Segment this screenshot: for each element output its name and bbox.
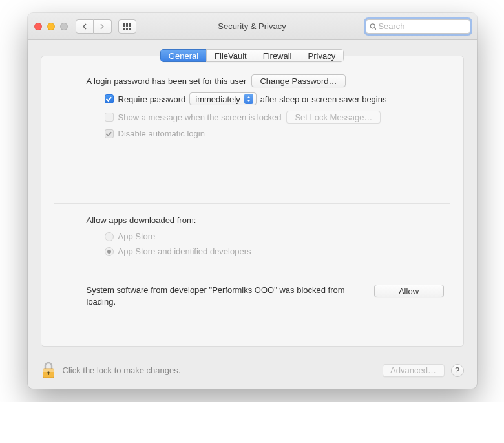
show-all-button[interactable] xyxy=(118,19,136,34)
general-panel: A login password has been set for this u… xyxy=(41,56,464,347)
chevron-right-icon xyxy=(100,23,105,30)
search-field[interactable] xyxy=(366,19,470,34)
require-password-label: Require password xyxy=(118,94,186,104)
disable-auto-login-checkbox xyxy=(105,129,114,138)
svg-line-1 xyxy=(374,28,376,30)
login-password-row: A login password has been set for this u… xyxy=(54,74,450,87)
disable-auto-login-label: Disable automatic login xyxy=(118,129,205,138)
disable-auto-login-row: Disable automatic login xyxy=(54,129,450,138)
show-message-label: Show a message when the screen is locked xyxy=(118,113,282,122)
window-title: Security & Privacy xyxy=(218,21,286,31)
downloads-section-label: Allow apps downloaded from: xyxy=(54,215,450,225)
tabs: General FileVault Firewall Privacy xyxy=(160,49,344,62)
chevron-left-icon xyxy=(82,23,87,30)
download-option-appstore-row: App Store xyxy=(54,232,450,241)
require-password-delay-value: immediately xyxy=(195,94,240,104)
lock-icon xyxy=(41,361,56,380)
tab-general[interactable]: General xyxy=(160,49,206,62)
login-password-text: A login password has been set for this u… xyxy=(87,76,247,86)
forward-button[interactable] xyxy=(94,19,112,34)
titlebar: Security & Privacy xyxy=(28,13,477,40)
download-radio-appstore xyxy=(105,232,114,241)
footer: Click the lock to make changes. Advanced… xyxy=(28,356,477,389)
download-label-appstore: App Store xyxy=(118,232,156,241)
minimize-button[interactable] xyxy=(47,23,55,30)
footer-right: Advanced… ? xyxy=(383,364,464,377)
lock-text: Click the lock to make changes. xyxy=(63,365,181,375)
show-message-row: Show a message when the screen is locked… xyxy=(54,111,450,124)
require-password-delay-select[interactable]: immediately xyxy=(189,92,256,105)
download-radio-identified xyxy=(105,247,114,256)
content: General FileVault Firewall Privacy A log… xyxy=(28,40,477,356)
back-button[interactable] xyxy=(76,19,94,34)
tab-filevault[interactable]: FileVault xyxy=(206,49,255,62)
tab-firewall[interactable]: Firewall xyxy=(255,49,300,62)
nav-buttons xyxy=(76,19,112,34)
search-input[interactable] xyxy=(378,21,466,31)
advanced-button: Advanced… xyxy=(383,364,445,377)
svg-rect-5 xyxy=(48,373,49,375)
blocked-software-text: System software from developer "Performi… xyxy=(87,285,374,307)
search-icon xyxy=(370,23,377,30)
zoom-button xyxy=(60,23,68,30)
select-arrows-icon xyxy=(244,94,253,104)
blocked-software-row: System software from developer "Performi… xyxy=(54,285,450,307)
require-password-suffix: after sleep or screen saver begins xyxy=(260,94,387,104)
section-divider xyxy=(54,203,450,204)
download-option-identified-row: App Store and identified developers xyxy=(54,246,450,256)
preferences-window: Security & Privacy General FileVault Fir… xyxy=(28,13,477,389)
grid-icon xyxy=(123,23,131,30)
tab-privacy[interactable]: Privacy xyxy=(300,49,344,62)
download-label-identified: App Store and identified developers xyxy=(118,246,251,256)
svg-rect-3 xyxy=(43,369,54,372)
help-button[interactable]: ? xyxy=(451,364,464,377)
change-password-button[interactable]: Change Password… xyxy=(251,74,345,87)
svg-point-0 xyxy=(370,23,375,28)
close-button[interactable] xyxy=(34,23,42,30)
tabs-row: General FileVault Firewall Privacy xyxy=(41,49,464,62)
set-lock-message-button: Set Lock Message… xyxy=(286,111,381,124)
allow-button[interactable]: Allow xyxy=(374,285,444,297)
show-message-checkbox xyxy=(105,113,114,122)
require-password-checkbox[interactable] xyxy=(105,94,114,103)
traffic-lights xyxy=(34,23,68,30)
lock-area[interactable]: Click the lock to make changes. xyxy=(41,361,181,380)
require-password-row: Require password immediately after sleep… xyxy=(54,92,450,105)
